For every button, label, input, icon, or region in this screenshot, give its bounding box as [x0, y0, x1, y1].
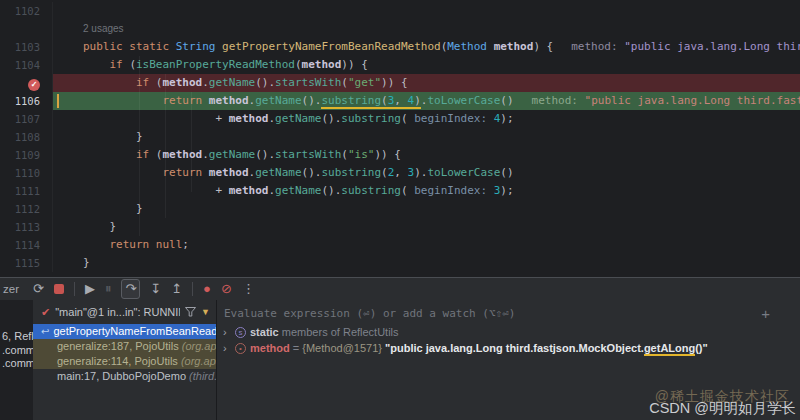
step-over-icon[interactable]: ↷ [121, 279, 140, 299]
token: } [83, 256, 90, 269]
token: ()" [695, 342, 708, 354]
evaluate-expression-input[interactable]: Evaluate expression (⏎) or add a watch (… [217, 304, 800, 324]
view-breakpoints-icon[interactable]: ● [203, 280, 211, 298]
step-into-icon[interactable]: ↧ [150, 280, 161, 298]
code-text: } [53, 254, 800, 272]
token: method [250, 342, 290, 354]
code-line: 1115} [0, 254, 800, 272]
debug-toolbar: zer ⟳▶⏸↷↧↥●⊘⋮ [0, 278, 800, 300]
thread-selector[interactable]: ✔ "main"@1 in...in": RUNNING ▼ [33, 300, 216, 324]
add-watch-button[interactable]: + [761, 306, 770, 321]
code-line: 1113 } [0, 218, 800, 236]
token: substring [341, 112, 401, 125]
toolbar-separator [74, 282, 75, 296]
token: "get" [348, 76, 381, 89]
expand-chevron-icon[interactable]: › [223, 326, 231, 338]
return-arrow-icon: ↩ [41, 326, 49, 337]
line-number-gutter[interactable]: 1108 [0, 128, 53, 146]
token: ; [182, 238, 189, 251]
frame-row[interactable]: generalize:114, PojoUtils (org.apache [33, 354, 216, 369]
token: method [162, 76, 202, 89]
token: ( [129, 58, 136, 71]
code-editor[interactable]: 11022 usages1103public static String get… [0, 0, 800, 277]
token: getName [255, 94, 301, 107]
line-number-gutter[interactable]: 1111 [0, 182, 53, 200]
token: "public java.lang.Long third.fastjson.Mo… [385, 342, 644, 354]
line-number-gutter[interactable]: 1109 [0, 146, 53, 164]
mute-breakpoints-icon[interactable]: ⊘ [221, 280, 232, 298]
token: , [394, 166, 407, 179]
breakpoint-check-icon: ✔ [41, 306, 50, 319]
token: (third.dubb [189, 370, 216, 382]
filter-icon[interactable] [185, 303, 196, 321]
line-number-gutter[interactable]: 1110 [0, 164, 53, 182]
toolbar-separator [192, 282, 193, 296]
code-line: 1102 [0, 2, 800, 20]
token: )) { [341, 58, 368, 71]
token: "is" [348, 148, 375, 161]
expand-chevron-icon[interactable]: › [223, 342, 231, 354]
token: ( [381, 94, 388, 109]
code-text: return null; [53, 236, 800, 254]
rerun-icon[interactable]: ⟳ [33, 280, 44, 298]
token: static [250, 326, 279, 338]
line-number-gutter[interactable]: 1104 [0, 56, 53, 74]
token: getName [255, 166, 301, 179]
chevron-down-icon[interactable]: ▼ [201, 307, 210, 317]
frames-panel: ✔ "main"@1 in...in": RUNNING ▼ ↩getPrope… [33, 300, 217, 420]
token: {Method@1571} [302, 342, 385, 354]
token: method [494, 40, 534, 53]
usages-annotation[interactable]: 2 usages [83, 23, 124, 34]
left-panel-fragment: 6, Refle.commo.commo [0, 300, 33, 420]
line-number-gutter[interactable]: 1102 [0, 2, 53, 20]
line-number-gutter[interactable]: 1107 [0, 110, 53, 128]
token: (org.apache [181, 355, 216, 367]
toolwindow-tab-fragment[interactable]: zer [3, 283, 19, 295]
line-number-gutter[interactable]: 1112 [0, 200, 53, 218]
line-number-gutter[interactable]: 1113 [0, 218, 53, 236]
code-lines: 11022 usages1103public static String get… [0, 0, 800, 272]
line-number-gutter[interactable]: 1103 [0, 38, 53, 56]
code-line: 1109 if (method.getName().startsWith("is… [0, 146, 800, 164]
token: toLowerCase [427, 94, 500, 107]
clipped-frame-text: .commo [2, 357, 33, 369]
code-line: 1114 return null; [0, 236, 800, 254]
stop-icon[interactable] [54, 284, 64, 294]
inline-debugger-hint: method: "public java.lang.Long third.f [571, 40, 800, 53]
variable-row[interactable]: ›•method = {Method@1571} "public java.la… [217, 340, 800, 356]
code-text: public static String getPropertyNameFrom… [53, 38, 800, 56]
line-number-gutter[interactable]: 1106 [0, 92, 53, 110]
code-text: 2 usages [53, 20, 800, 38]
token: substring [321, 94, 381, 109]
line-number-gutter[interactable]: 1115 [0, 254, 53, 272]
code-line: 1103public static String getPropertyName… [0, 38, 800, 56]
token: startsWith [275, 148, 341, 161]
token: method [209, 94, 249, 107]
token: substring [341, 184, 401, 197]
line-number-gutter[interactable]: 1114 [0, 236, 53, 254]
more-icon[interactable]: ⋮ [242, 280, 255, 298]
code-line: 1110 return method.getName().substring(2… [0, 164, 800, 182]
variable-text: static members of ReflectUtils [250, 326, 399, 338]
indent-guide [139, 56, 140, 236]
frame-row[interactable]: ↩getPropertyNameFromBeanReadMet [33, 324, 216, 339]
step-out-icon[interactable]: ↥ [171, 280, 182, 298]
code-line: ✓ if (method.getName().startsWith("get")… [0, 74, 800, 92]
line-number-gutter[interactable] [0, 20, 53, 38]
token: ( [381, 166, 388, 179]
frame-row[interactable]: main:17, DubboPojoDemo (third.dubb [33, 369, 216, 384]
token: method [229, 184, 269, 197]
indent-guide [191, 92, 192, 192]
watermark-csdn: CSDN @明明如月学长 [649, 399, 796, 418]
token: Method [447, 40, 487, 53]
variable-row[interactable]: ›sstatic members of ReflectUtils [217, 324, 800, 340]
token: (). [255, 76, 275, 89]
frame-row[interactable]: generalize:187, PojoUtils (org.apache [33, 339, 216, 354]
token: getName [275, 112, 321, 125]
token: main:17, DubboPojoDemo [57, 370, 189, 382]
pause-icon[interactable]: ⏸ [105, 280, 112, 298]
breakpoint-icon[interactable]: ✓ [0, 74, 53, 92]
resume-icon[interactable]: ▶ [85, 280, 95, 298]
token: ( [295, 58, 302, 71]
token: getPropertyNameFromBeanReadMethod [222, 40, 441, 53]
